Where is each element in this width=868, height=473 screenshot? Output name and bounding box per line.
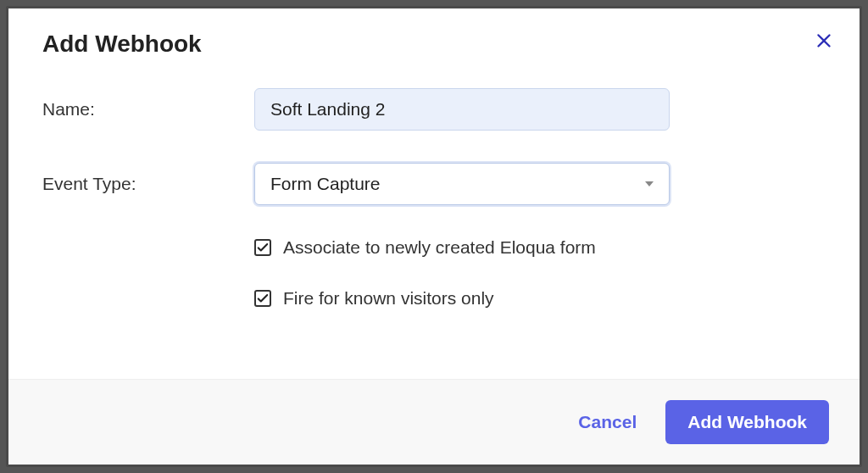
modal-body: Add Webhook Name: Event Type: Form Captu… xyxy=(8,8,860,379)
add-webhook-button[interactable]: Add Webhook xyxy=(665,400,829,444)
cancel-button[interactable]: Cancel xyxy=(578,412,637,432)
chevron-down-icon xyxy=(645,181,654,186)
event-type-label: Event Type: xyxy=(42,174,254,194)
close-icon[interactable] xyxy=(812,29,836,53)
fire-known-checkbox-label: Fire for known visitors only xyxy=(283,288,494,309)
modal-footer: Cancel Add Webhook xyxy=(8,379,860,465)
form-row-event-type: Event Type: Form Capture xyxy=(42,163,826,205)
checkbox-row-associate: Associate to newly created Eloqua form xyxy=(254,237,826,258)
associate-checkbox[interactable] xyxy=(254,239,271,256)
checkbox-row-fire-known: Fire for known visitors only xyxy=(254,288,826,309)
add-webhook-modal: Add Webhook Name: Event Type: Form Captu… xyxy=(6,6,862,467)
checkbox-group: Associate to newly created Eloqua form F… xyxy=(42,237,826,309)
associate-checkbox-label: Associate to newly created Eloqua form xyxy=(283,237,596,258)
form-row-name: Name: xyxy=(42,88,826,131)
name-label: Name: xyxy=(42,99,254,120)
event-type-value: Form Capture xyxy=(270,174,381,194)
modal-title: Add Webhook xyxy=(42,31,826,58)
event-type-select[interactable]: Form Capture xyxy=(254,163,670,205)
fire-known-checkbox[interactable] xyxy=(254,290,271,307)
name-input[interactable] xyxy=(254,88,670,131)
